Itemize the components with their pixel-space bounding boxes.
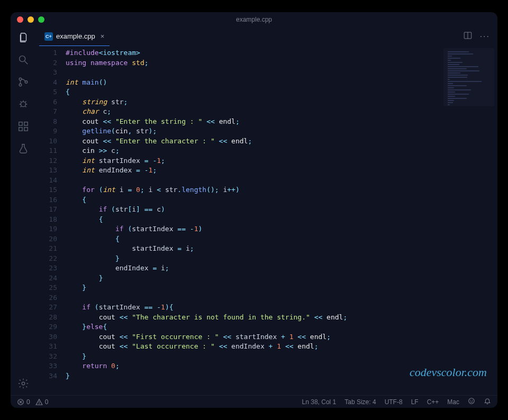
code-line: cout << "First occurrence : " << startIn…	[66, 332, 497, 342]
code-line: string str;	[66, 97, 497, 107]
code-line: {	[66, 87, 497, 97]
line-number: 12	[36, 156, 57, 166]
svg-rect-6	[19, 122, 22, 125]
window-controls	[17, 16, 44, 23]
debug-icon[interactable]	[17, 98, 30, 111]
notifications-bell-icon[interactable]	[484, 397, 491, 406]
editor-body[interactable]: 1234567891011121314151617181920212223242…	[36, 46, 497, 395]
svg-point-20	[472, 400, 473, 401]
cpp-file-icon: C+	[44, 32, 53, 41]
code-line: return 0;	[66, 361, 497, 371]
line-number: 32	[36, 352, 57, 362]
svg-rect-8	[19, 127, 22, 131]
editor-window: example.cpp	[11, 12, 497, 408]
line-number: 23	[36, 263, 57, 273]
warning-count: 0	[45, 398, 49, 406]
svg-point-2	[19, 78, 22, 80]
titlebar: example.cpp	[11, 12, 497, 27]
editor-area: C+ example.cpp × ··· 1234567891011121314…	[36, 27, 497, 395]
eol[interactable]: LF	[411, 398, 419, 406]
code-line: startIndex = i;	[66, 244, 497, 254]
line-number: 6	[36, 97, 57, 107]
code-line: cin >> c;	[66, 146, 497, 156]
svg-line-1	[25, 61, 28, 65]
line-number: 24	[36, 273, 57, 284]
svg-point-0	[20, 56, 25, 62]
line-number: 14	[36, 176, 57, 186]
line-number: 19	[36, 224, 57, 234]
code-line: cout << "The character is not found in t…	[66, 313, 497, 323]
line-number: 4	[36, 78, 57, 88]
language-mode[interactable]: C++	[427, 398, 439, 406]
problems-indicator[interactable]: 0 0	[17, 398, 48, 406]
code-line: using namespace std;	[66, 58, 497, 68]
line-number: 11	[36, 146, 57, 156]
error-count: 0	[26, 398, 30, 406]
line-number: 5	[36, 87, 57, 97]
code-line: }	[66, 254, 497, 264]
line-number: 29	[36, 322, 57, 332]
close-tab-icon[interactable]: ×	[101, 32, 105, 40]
line-number: 2	[36, 58, 57, 68]
code-line: }else{	[66, 322, 497, 332]
split-editor-icon[interactable]	[463, 31, 473, 42]
code-line: cout << "Enter the character : " << endl…	[66, 136, 497, 147]
code-line	[66, 176, 497, 186]
code-line: }	[66, 352, 497, 362]
line-number: 28	[36, 313, 57, 323]
activity-bar	[11, 27, 36, 395]
code-line	[66, 293, 497, 303]
feedback-smiley-icon[interactable]	[468, 397, 475, 406]
cursor-position[interactable]: Ln 38, Col 1	[302, 398, 337, 406]
code-line: if (str[i] == c)	[66, 205, 497, 215]
encoding[interactable]: UTF-8	[385, 398, 403, 406]
source-control-icon[interactable]	[17, 76, 30, 88]
search-icon[interactable]	[17, 53, 30, 66]
svg-point-3	[19, 84, 22, 86]
line-number: 17	[36, 205, 57, 215]
line-number: 8	[36, 117, 57, 127]
window-title: example.cpp	[11, 16, 497, 23]
manage-gear-icon[interactable]	[17, 377, 30, 390]
tab-label: example.cpp	[56, 32, 95, 40]
svg-rect-9	[24, 127, 28, 131]
svg-point-10	[22, 382, 25, 385]
svg-rect-7	[24, 122, 28, 125]
more-actions-icon[interactable]: ···	[480, 32, 490, 41]
line-number: 7	[36, 107, 57, 117]
line-number: 15	[36, 185, 57, 195]
code-line: }	[66, 273, 497, 284]
tab-example-cpp[interactable]: C+ example.cpp ×	[39, 27, 110, 46]
extensions-icon[interactable]	[17, 120, 30, 133]
tab-size[interactable]: Tab Size: 4	[344, 398, 376, 406]
code-line: #include<iostream>	[66, 48, 497, 58]
code-line: if (startIndex == -1){	[66, 303, 497, 313]
line-number: 33	[36, 361, 57, 371]
zoom-window-button[interactable]	[38, 16, 44, 23]
svg-point-18	[469, 398, 475, 404]
line-number: 1	[36, 48, 57, 58]
code-line: int endIndex = -1;	[66, 166, 497, 176]
line-number: 18	[36, 215, 57, 225]
explorer-icon[interactable]	[17, 31, 30, 44]
code-line: getline(cin, str);	[66, 126, 497, 136]
statusbar: 0 0 Ln 38, Col 1 Tab Size: 4 UTF-8 LF C+…	[11, 395, 497, 408]
code-line: }	[66, 371, 497, 381]
os-indicator[interactable]: Mac	[447, 398, 459, 406]
minimap[interactable]	[443, 48, 494, 106]
code-line: {	[66, 234, 497, 244]
minimize-window-button[interactable]	[28, 16, 34, 23]
code-line: int main()	[66, 78, 497, 88]
close-window-button[interactable]	[17, 16, 23, 23]
code-line: int startIndex = -1;	[66, 156, 497, 166]
code-line: }	[66, 283, 497, 293]
line-number: 27	[36, 303, 57, 313]
line-number: 34	[36, 371, 57, 381]
tabs-row: C+ example.cpp × ···	[36, 27, 497, 46]
line-number: 30	[36, 332, 57, 342]
line-number: 9	[36, 126, 57, 136]
testing-icon[interactable]	[17, 142, 30, 155]
code-line: {	[66, 195, 497, 205]
main-row: C+ example.cpp × ··· 1234567891011121314…	[11, 27, 497, 395]
code-content[interactable]: #include<iostream>using namespace std; i…	[66, 46, 497, 395]
